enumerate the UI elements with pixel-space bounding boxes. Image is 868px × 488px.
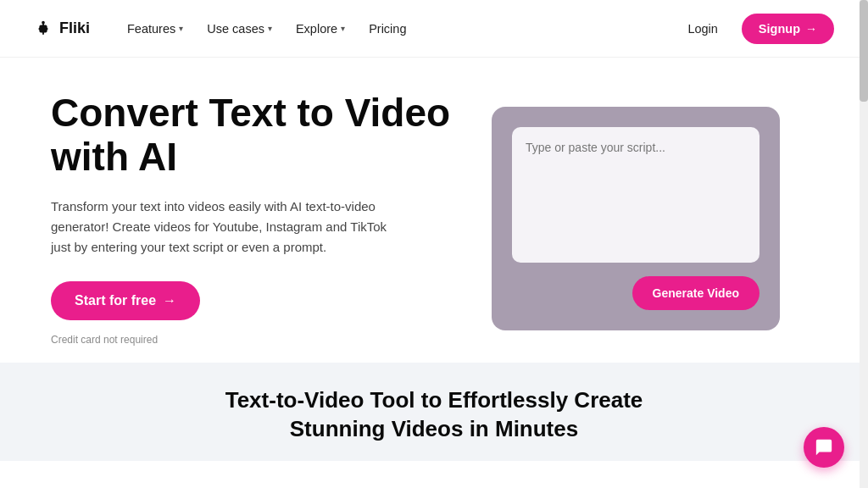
login-button[interactable]: Login <box>677 15 727 42</box>
hero-description: Transform your text into videos easily w… <box>51 197 390 258</box>
bottom-banner: Text-to-Video Tool to Effortlessly Creat… <box>0 363 868 461</box>
credit-note: Credit card not required <box>51 334 458 346</box>
nav-use-cases[interactable]: Use cases ▾ <box>197 15 282 42</box>
bottom-banner-title: Text-to-Video Tool to Effortlessly Creat… <box>34 386 834 444</box>
hero-title: Convert Text to Video with AI <box>51 92 458 179</box>
chat-bubble-button[interactable] <box>804 427 844 468</box>
generate-video-button[interactable]: Generate Video <box>632 276 760 310</box>
scrollbar-thumb[interactable] <box>860 0 868 102</box>
arrow-icon: → <box>805 22 817 36</box>
video-widget: Generate Video <box>492 107 780 330</box>
chat-icon <box>815 438 833 457</box>
arrow-icon: → <box>163 293 176 308</box>
brand-name: Fliki <box>59 19 90 37</box>
hero-right: Generate Video <box>492 107 780 330</box>
fliki-logo-icon <box>34 19 53 38</box>
hero-left: Convert Text to Video with AI Transform … <box>51 92 458 345</box>
start-for-free-button[interactable]: Start for free → <box>51 281 200 320</box>
nav-pricing[interactable]: Pricing <box>359 15 416 42</box>
script-input[interactable] <box>512 127 760 263</box>
logo[interactable]: Fliki <box>34 19 90 38</box>
hero-section: Convert Text to Video with AI Transform … <box>0 58 868 363</box>
nav-links: Features ▾ Use cases ▾ Explore ▾ Pricing <box>117 15 677 42</box>
signup-button[interactable]: Signup → <box>742 14 834 44</box>
chevron-down-icon: ▾ <box>268 24 272 33</box>
chevron-down-icon: ▾ <box>341 24 345 33</box>
scrollbar[interactable] <box>860 0 868 488</box>
nav-actions: Login Signup → <box>677 14 834 44</box>
chevron-down-icon: ▾ <box>179 24 183 33</box>
nav-explore[interactable]: Explore ▾ <box>286 15 355 42</box>
nav-features[interactable]: Features ▾ <box>117 15 193 42</box>
navbar: Fliki Features ▾ Use cases ▾ Explore ▾ P… <box>0 0 868 58</box>
